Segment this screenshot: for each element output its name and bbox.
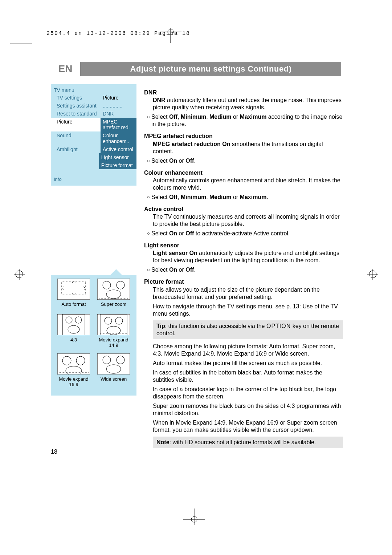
- crop-center-bottom: [183, 509, 205, 527]
- note-box: Note: with HD sources not all picture fo…: [153, 437, 343, 448]
- bullet-icon: ○: [146, 230, 151, 237]
- svg-rect-27: [57, 353, 90, 374]
- page-number: 18: [51, 449, 57, 455]
- submenu-dnr: DNR: [101, 110, 136, 118]
- para-pf-1: This allows you to adjust the size of th…: [153, 286, 343, 301]
- format-superzoom: Super zoom: [96, 279, 131, 307]
- heading-active: Active control: [144, 205, 343, 212]
- para-active: The TV continuously measures and correct…: [153, 213, 343, 228]
- menu-item-picture-selected: Picture: [51, 118, 101, 131]
- menu-item-sound: Sound: [51, 131, 101, 145]
- menu-item-settingsassistant: Settings assistant: [51, 102, 101, 110]
- para-colour: Automatically controls green enhancement…: [153, 177, 343, 191]
- para-pf-4: Auto format makes the picture fill the s…: [153, 360, 343, 367]
- submenu-mpeg: MPEG artefact red.: [101, 118, 136, 131]
- heading-dnr: DNR: [144, 89, 343, 96]
- submenu-light: Light sensor: [99, 153, 136, 161]
- svg-rect-21: [97, 314, 130, 335]
- tv-menu-panel: TV menu TV settings Picture Settings ass…: [51, 84, 136, 186]
- format-43: 4:3: [56, 314, 91, 343]
- format-me169: Movie expand 16:9: [56, 353, 91, 387]
- bullet-mpeg-select: ○ Select On or Off.: [146, 157, 343, 165]
- format-label: Super zoom: [96, 301, 131, 307]
- registration-mark-right: [367, 269, 378, 280]
- bullet-colour-select: ○ Select Off, Minimum, Medium or Maximum…: [146, 194, 343, 201]
- tv-menu-title: TV menu: [51, 86, 136, 94]
- para-pf-5: In case of subtitles in the bottom black…: [153, 369, 343, 384]
- bullet-dnr-select: ○ Select Off, Minimum, Medium or Maximum…: [146, 113, 343, 128]
- submenu-colour: Colour enhancem..: [101, 131, 136, 145]
- para-pf-7: Super zoom removes the black bars on the…: [153, 402, 343, 417]
- para-pf-3: Choose among the following picture forma…: [153, 343, 343, 357]
- bullet-light-select: ○ Select On or Off.: [146, 266, 343, 274]
- para-pf-8: When in Movie Expand 14:9, Movie Expand …: [153, 419, 343, 434]
- bullet-icon: ○: [146, 194, 151, 201]
- heading-mpeg: MPEG artefact reduction: [144, 132, 343, 139]
- format-label: Auto format: [56, 301, 91, 307]
- heading-pf: Picture format: [144, 278, 343, 285]
- crop-center-mark: [160, 28, 181, 45]
- svg-rect-9: [57, 279, 90, 300]
- menu-item-ambilight: Ambilight: [51, 145, 101, 153]
- crop-mark: [35, 9, 35, 31]
- format-label: Wide screen: [96, 376, 131, 382]
- format-label: 4:3: [56, 337, 91, 343]
- heading-light: Light sensor: [144, 242, 343, 249]
- menu-info: Info: [51, 174, 136, 184]
- submenu-active: Active control: [101, 145, 136, 153]
- heading-colour: Colour enhancement: [144, 169, 343, 176]
- submenu-pictureformat: Picture format: [99, 161, 136, 169]
- para-pf-2: How to navigate through the TV settings …: [153, 303, 343, 317]
- format-wide: Wide screen: [96, 353, 131, 382]
- bullet-active-select: ○ Select On or Off to activate/de-activa…: [146, 230, 343, 237]
- crop-mark: [10, 508, 32, 508]
- format-label: Movie expand 16:9: [56, 376, 91, 387]
- bullet-icon: ○: [146, 113, 151, 128]
- format-label: Movie expand 14:9: [96, 337, 131, 348]
- menu-item-reset: Reset to standard: [51, 110, 101, 118]
- para-light: Light sensor On automatically adjusts th…: [153, 250, 343, 264]
- language-badge: EN: [51, 62, 81, 76]
- page-title: Adjust picture menu settings Continued): [81, 62, 341, 76]
- format-auto: Auto format: [56, 279, 91, 307]
- para-dnr: DNR automatically filters out and reduce…: [153, 97, 343, 111]
- submenu-dots: ..............: [101, 102, 136, 110]
- tip-box: Tip: this function is also accessible vi…: [153, 320, 343, 339]
- svg-rect-32: [97, 353, 130, 374]
- picture-format-panel: Auto format Super zoom 4:3: [51, 275, 136, 396]
- bullet-icon: ○: [146, 157, 151, 165]
- crop-mark: [10, 44, 32, 44]
- bullet-icon: ○: [146, 266, 151, 274]
- registration-mark-left: [14, 269, 25, 280]
- menu-item-tvsettings: TV settings: [51, 94, 101, 102]
- submenu-picture: Picture: [101, 94, 136, 102]
- content-column: DNR DNR automatically filters out and re…: [144, 84, 343, 448]
- format-me149: Movie expand 14:9: [96, 314, 131, 348]
- svg-rect-11: [97, 279, 130, 300]
- para-pf-6: In case of a broadcaster logo in the cor…: [153, 386, 343, 400]
- crop-mark: [35, 517, 35, 539]
- para-mpeg: MPEG artefact reduction On smoothens the…: [153, 141, 343, 155]
